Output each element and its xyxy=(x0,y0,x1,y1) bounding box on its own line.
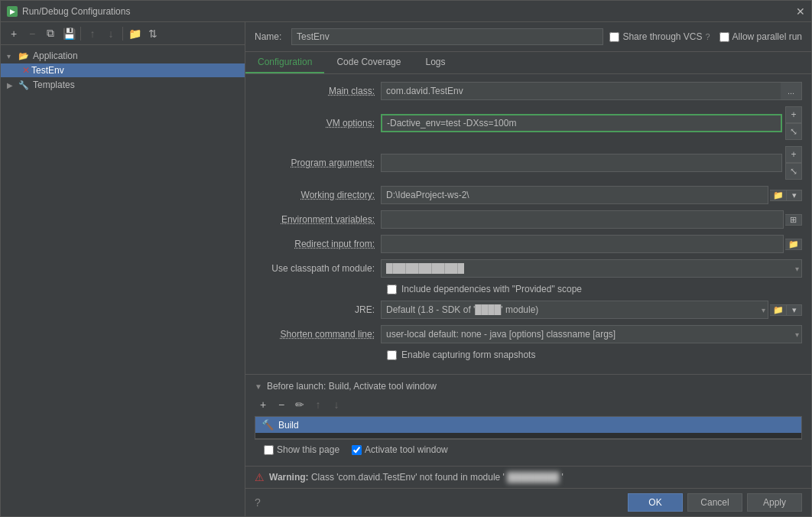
before-launch-remove-button[interactable]: − xyxy=(273,396,290,413)
shorten-cmd-label: Shorten command line: xyxy=(255,329,381,340)
share-vcs-checkbox[interactable] xyxy=(609,32,619,42)
save-config-button[interactable]: 💾 xyxy=(60,25,77,42)
sort-button[interactable]: ⇅ xyxy=(145,25,161,42)
before-launch-down-button[interactable]: ↓ xyxy=(328,396,345,413)
apply-button[interactable]: Apply xyxy=(747,493,802,512)
jre-label: JRE: xyxy=(255,304,381,315)
jre-dropdown-button[interactable]: ▾ xyxy=(787,304,802,316)
program-args-row: Program arguments: + ⤡ xyxy=(255,146,802,180)
move-up-button[interactable]: ↑ xyxy=(84,25,101,42)
name-label: Name: xyxy=(255,31,285,42)
tree-item-templates[interactable]: ▶ 🔧 Templates xyxy=(1,77,245,93)
program-args-add-button[interactable]: + xyxy=(785,146,802,163)
help-button[interactable]: ? xyxy=(255,496,261,509)
shorten-cmd-row: Shorten command line: user-local default… xyxy=(255,325,802,343)
form-snapshots-checkbox[interactable] xyxy=(387,350,397,360)
share-vcs-checkbox-label[interactable]: Share through VCS ? xyxy=(609,31,710,42)
tab-code-coverage[interactable]: Code Coverage xyxy=(324,52,413,73)
classpath-module-select[interactable]: ████████████ xyxy=(381,259,802,278)
share-vcs-help-icon: ? xyxy=(705,32,710,41)
warning-end-quote: ' xyxy=(562,472,564,483)
move-to-folder-button[interactable]: 📁 xyxy=(126,25,143,42)
main-class-input[interactable] xyxy=(381,82,781,100)
form-snapshots-row: Enable capturing form snapshots xyxy=(255,350,802,360)
working-dir-dropdown-button[interactable]: ▾ xyxy=(787,190,802,201)
tab-configuration[interactable]: Configuration xyxy=(245,52,324,73)
build-hammer-icon: 🔨 xyxy=(261,419,274,431)
show-this-page-checkbox[interactable] xyxy=(264,445,274,455)
application-folder-icon: 📂 xyxy=(18,50,30,62)
vm-options-expand-button[interactable]: ⤡ xyxy=(785,123,802,140)
tree-item-testenv[interactable]: ✕ TestEnv xyxy=(1,63,245,77)
build-item-label: Build xyxy=(278,420,299,431)
program-args-input[interactable] xyxy=(381,154,782,172)
working-dir-row: Working directory: 📁 ▾ xyxy=(255,186,802,204)
main-content: + − ⧉ 💾 ↑ ↓ 📁 ⇅ ▾ 📂 Application xyxy=(1,22,811,516)
env-vars-input[interactable] xyxy=(381,210,784,229)
activate-tool-window-label[interactable]: Activate tool window xyxy=(352,444,448,455)
warning-icon: ⚠ xyxy=(255,471,265,483)
program-args-expand-button[interactable]: ⤡ xyxy=(785,163,802,180)
allow-parallel-checkbox-label[interactable]: Allow parallel run xyxy=(719,31,802,42)
right-panel: Name: Share through VCS ? Allow parallel… xyxy=(245,22,811,516)
form-snapshots-label[interactable]: Enable capturing form snapshots xyxy=(401,350,535,360)
working-dir-label: Working directory: xyxy=(255,190,381,200)
ok-button[interactable]: OK xyxy=(628,493,683,512)
title-bar-left: ▶ Run/Debug Configurations xyxy=(7,6,130,17)
working-dir-input[interactable] xyxy=(381,186,768,204)
shorten-cmd-select-wrapper: user-local default: none - java [options… xyxy=(381,325,802,343)
tree-item-application[interactable]: ▾ 📂 Application xyxy=(1,48,245,63)
move-down-button[interactable]: ↓ xyxy=(102,25,119,42)
main-class-browse-button[interactable]: ... xyxy=(781,82,802,100)
before-launch-add-button[interactable]: + xyxy=(255,396,271,413)
warning-bar: ⚠ Warning: Class 'com.david.TestEnv' not… xyxy=(245,466,811,488)
before-launch-up-button[interactable]: ↑ xyxy=(310,396,326,413)
env-vars-row: Environment variables: ⊞ xyxy=(255,210,802,229)
name-row: Name: Share through VCS ? Allow parallel… xyxy=(245,22,811,52)
jre-folder-button[interactable]: 📁 xyxy=(770,304,787,316)
close-icon[interactable]: ✕ xyxy=(796,5,805,18)
left-panel: + − ⧉ 💾 ↑ ↓ 📁 ⇅ ▾ 📂 Application xyxy=(1,22,245,516)
tree-area: ▾ 📂 Application ✕ TestEnv ▶ 🔧 Templates xyxy=(1,45,245,516)
vm-options-row: VM options: + ⤡ xyxy=(255,106,802,140)
vm-options-add-button[interactable]: + xyxy=(785,106,802,123)
bottom-checks: Show this page Activate tool window xyxy=(255,439,802,460)
remove-config-button[interactable]: − xyxy=(24,25,41,42)
program-args-label: Program arguments: xyxy=(255,158,381,168)
tabs-bar: Configuration Code Coverage Logs xyxy=(245,52,811,74)
redirect-input-label: Redirect input from: xyxy=(248,239,375,249)
classpath-module-select-wrapper: ████████████ ▾ xyxy=(381,259,802,278)
cancel-button[interactable]: Cancel xyxy=(687,493,742,512)
toolbar-separator-2 xyxy=(122,27,123,41)
testenv-label: TestEnv xyxy=(31,65,64,76)
warning-module-name: ████████ xyxy=(507,472,559,483)
env-vars-browse-button[interactable]: ⊞ xyxy=(785,214,802,226)
show-this-page-label[interactable]: Show this page xyxy=(264,444,339,455)
error-badge-icon: ✕ xyxy=(22,65,30,76)
redirect-input-input[interactable] xyxy=(381,235,784,253)
include-deps-checkbox[interactable] xyxy=(387,285,397,294)
vm-options-input[interactable] xyxy=(381,114,782,132)
copy-config-button[interactable]: ⧉ xyxy=(42,25,59,42)
include-deps-label[interactable]: Include dependencies with "Provided" sco… xyxy=(401,284,582,294)
working-dir-folder-button[interactable]: 📁 xyxy=(770,190,787,201)
left-toolbar: + − ⧉ 💾 ↑ ↓ 📁 ⇅ xyxy=(1,22,245,45)
allow-parallel-checkbox[interactable] xyxy=(719,32,729,42)
dialog-buttons: ? OK Cancel Apply xyxy=(245,488,811,516)
vm-options-label: VM options: xyxy=(255,118,381,128)
classpath-module-label: Use classpath of module: xyxy=(255,263,381,274)
expand-arrow-templates: ▶ xyxy=(7,81,18,89)
before-launch-toolbar: + − ✏ ↑ ↓ xyxy=(255,396,802,413)
expand-arrow-application: ▾ xyxy=(7,52,18,60)
before-launch-edit-button[interactable]: ✏ xyxy=(291,396,308,413)
before-launch-item-build[interactable]: 🔨 Build xyxy=(255,417,801,433)
before-launch-collapse-icon[interactable]: ▼ xyxy=(255,382,262,391)
activate-tool-window-checkbox[interactable] xyxy=(352,445,362,455)
add-config-button[interactable]: + xyxy=(5,25,22,42)
tab-logs[interactable]: Logs xyxy=(413,52,457,73)
templates-label: Templates xyxy=(33,80,75,90)
shorten-cmd-select[interactable]: user-local default: none - java [options… xyxy=(381,325,802,343)
name-input[interactable] xyxy=(291,28,603,45)
jre-select[interactable]: Default (1.8 - SDK of '████' module) xyxy=(381,301,768,319)
redirect-browse-button[interactable]: 📁 xyxy=(785,239,802,250)
